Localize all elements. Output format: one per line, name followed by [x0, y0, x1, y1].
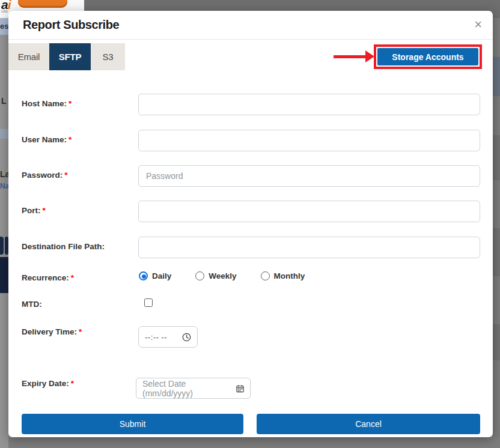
user-name-label: User Name:*	[22, 135, 72, 144]
required-asterisk: *	[69, 135, 72, 144]
radio-weekly[interactable]: Weekly	[195, 271, 236, 280]
modal-header: Report Subscribe ×	[8, 11, 493, 40]
report-subscribe-modal: Report Subscribe × Email SFTP S3 Storage…	[8, 11, 493, 437]
radio-weekly-circle[interactable]	[195, 271, 204, 280]
mtd-checkbox[interactable]	[144, 298, 153, 307]
tab-s3[interactable]: S3	[91, 43, 125, 70]
required-asterisk: *	[79, 327, 82, 336]
background-text-fragment: L	[1, 96, 7, 106]
recurrence-radio-group: Daily Weekly Monthly	[139, 271, 329, 280]
annotation-highlight-box: Storage Accounts	[374, 44, 482, 69]
radio-daily-circle[interactable]	[139, 271, 148, 280]
background-right-band	[493, 324, 500, 360]
radio-daily[interactable]: Daily	[139, 271, 171, 280]
radio-monthly-circle[interactable]	[261, 271, 270, 280]
destination-file-path-input[interactable]	[138, 237, 480, 258]
host-name-input[interactable]	[138, 94, 480, 115]
required-asterisk: *	[64, 171, 67, 180]
user-name-input[interactable]	[138, 130, 480, 151]
calendar-icon	[236, 384, 244, 393]
destination-file-path-label: Destination File Path:	[22, 242, 105, 251]
required-asterisk: *	[69, 99, 72, 108]
background-button-fragment	[0, 237, 4, 255]
background-right-band	[493, 57, 500, 96]
mtd-label: MTD:	[22, 300, 42, 309]
required-asterisk: *	[71, 273, 74, 282]
required-asterisk: *	[71, 379, 74, 388]
logo-swoosh	[18, 0, 67, 8]
background-panel-fragment	[0, 257, 8, 293]
radio-monthly[interactable]: Monthly	[261, 271, 305, 280]
background-bottom-strip	[8, 437, 500, 448]
tab-bar: Email SFTP S3	[8, 43, 125, 70]
password-input[interactable]	[138, 165, 480, 187]
delivery-time-input[interactable]: --:-- --	[138, 326, 198, 348]
annotation-arrow-head	[365, 50, 374, 62]
annotation-arrow-shaft	[334, 55, 367, 58]
tab-sftp[interactable]: SFTP	[49, 43, 91, 70]
expiry-date-label: Expiry Date:*	[22, 379, 74, 388]
expiry-date-input[interactable]: Select Date (mm/dd/yyyy)	[136, 378, 251, 399]
modal-title: Report Subscribe	[23, 18, 119, 32]
delivery-time-label: Delivery Time:*	[22, 327, 82, 336]
port-input[interactable]	[138, 201, 480, 222]
password-label: Password:*	[22, 171, 68, 180]
host-name-label: Host Name:*	[22, 99, 72, 108]
background-row	[0, 129, 8, 139]
tab-email[interactable]: Email	[8, 43, 49, 70]
background-right-band	[493, 135, 500, 180]
required-asterisk: *	[43, 206, 46, 215]
close-icon[interactable]: ×	[474, 17, 482, 32]
background-right-band	[493, 228, 500, 276]
storage-accounts-button[interactable]: Storage Accounts	[377, 48, 478, 65]
port-label: Port:*	[22, 206, 46, 215]
recurrence-label: Recurrence:*	[22, 273, 74, 282]
clock-icon	[182, 333, 191, 342]
cancel-button[interactable]: Cancel	[257, 414, 480, 434]
submit-button[interactable]: Submit	[22, 414, 243, 434]
